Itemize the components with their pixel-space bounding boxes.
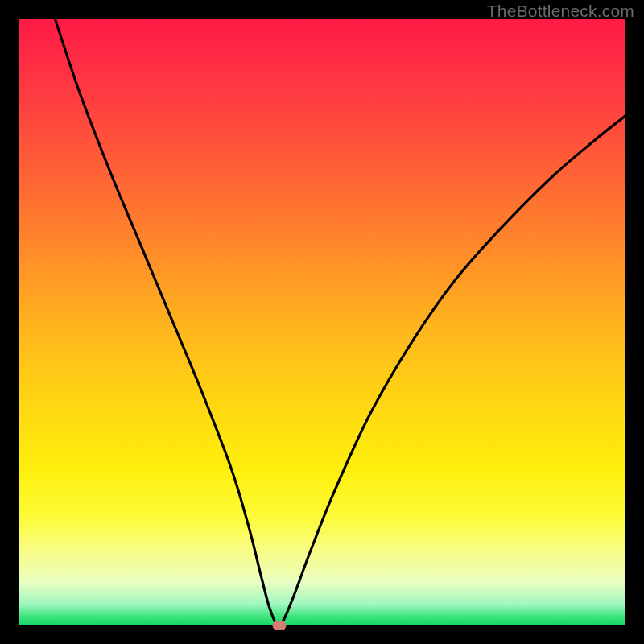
bottleneck-curve <box>19 19 625 625</box>
minimum-marker <box>273 621 287 630</box>
chart-plot-area <box>19 19 625 625</box>
watermark-text: TheBottleneck.com <box>487 2 634 21</box>
